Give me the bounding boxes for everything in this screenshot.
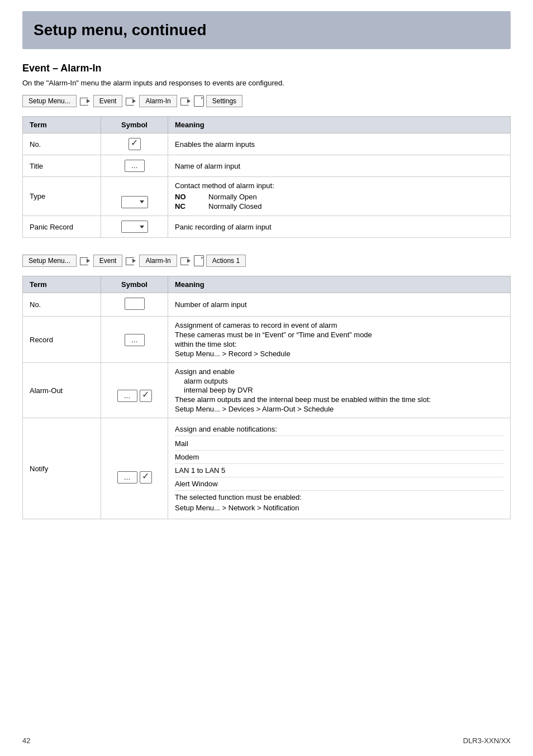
record-meaning-line4: Setup Menu... > Record > Schedule	[175, 350, 503, 358]
breadcrumb-settings: Setup Menu... Event Alarm-In Settings	[22, 95, 511, 107]
breadcrumb-setup-menu-2: Setup Menu...	[22, 255, 77, 267]
notify-line7: Setup Menu... > Network > Notification	[175, 504, 503, 514]
meaning-title: Name of alarm input	[168, 155, 511, 177]
col-header-meaning-2: Meaning	[168, 276, 511, 293]
type-meaning-options: NO Normally Open NC Normally Closed	[175, 192, 503, 211]
table-row: Record … Assignment of cameras to record…	[23, 317, 511, 363]
dots-record: …	[125, 334, 145, 346]
term-record: Record	[23, 317, 101, 363]
breadcrumb-actions-label: Actions 1	[206, 255, 246, 267]
notify-line1: Assign and enable notifications:	[175, 423, 503, 436]
alarm-out-bullet1: alarm outputs	[175, 377, 503, 385]
term-notify: Notify	[23, 418, 101, 519]
term-panic-record: Panic Record	[23, 216, 101, 238]
term-no-1: No.	[23, 133, 101, 155]
table-row: No. Number of alarm input	[23, 293, 511, 317]
record-meaning-line1: Assignment of cameras to record in event…	[175, 321, 503, 329]
breadcrumb-actions: Setup Menu... Event Alarm-In Actions 1	[22, 255, 511, 267]
col-header-symbol-1: Symbol	[101, 117, 168, 133]
footer-page-number: 42	[22, 736, 30, 745]
dropdown-panic-arrow-icon	[140, 226, 144, 228]
type-option-no: NO Normally Open	[175, 192, 503, 202]
table-row: Type Contact method of alarm input: NO N…	[23, 177, 511, 216]
footer-product-code: DLR3-XXN/XX	[463, 736, 511, 745]
blank-box	[125, 298, 145, 310]
table-row: No. Enables the alarm inputs	[23, 133, 511, 155]
type-label-no: Normally Open	[208, 193, 257, 201]
term-type: Type	[23, 177, 101, 216]
notify-line3: Modem	[175, 451, 503, 464]
dropdown-arrow-icon	[140, 200, 144, 203]
dots-check-group: …	[117, 390, 152, 402]
symbol-no-1	[101, 133, 168, 155]
alarm-out-line1: Assign and enable	[175, 367, 503, 376]
breadcrumb-event-2: Event	[93, 255, 123, 267]
table-row: Notify … Assign and enable notifications…	[23, 418, 511, 519]
table-row: Title … Name of alarm input	[23, 155, 511, 177]
col-header-term-1: Term	[23, 117, 101, 133]
breadcrumb-alarm-in-1: Alarm-In	[139, 95, 177, 107]
table-row: Panic Record Panic recording of alarm in…	[23, 216, 511, 238]
table-row: Alarm-Out … Assign and enable alarm outp…	[23, 363, 511, 418]
type-option-nc: NC Normally Closed	[175, 202, 503, 211]
alarm-out-line3: These alarm outputs and the internal bee…	[175, 395, 503, 404]
dots-notify: …	[117, 471, 137, 484]
breadcrumb-arrow-6	[179, 256, 192, 266]
meaning-record: Assignment of cameras to record in event…	[168, 317, 511, 363]
col-header-meaning-1: Meaning	[168, 117, 511, 133]
dots-check-notify: …	[117, 471, 152, 484]
notify-line4: LAN 1 to LAN 5	[175, 464, 503, 477]
meaning-panic-record: Panic recording of alarm input	[168, 216, 511, 238]
symbol-alarm-out: …	[101, 363, 168, 418]
settings-table: Term Symbol Meaning No. Enables the alar…	[22, 116, 511, 238]
checkbox-icon	[129, 138, 141, 150]
symbol-title: …	[101, 155, 168, 177]
page: Setup menu, continued Event – Alarm-In O…	[0, 0, 533, 756]
notify-line6: The selected function must be enabled:	[175, 491, 503, 504]
section-description: On the "Alarm-In" menu the alarm inputs …	[22, 79, 511, 87]
dropdown-panic-icon	[121, 221, 148, 233]
breadcrumb-alarm-in-2: Alarm-In	[139, 255, 177, 267]
type-abbr-no: NO	[175, 193, 192, 201]
meaning-type: Contact method of alarm input: NO Normal…	[168, 177, 511, 216]
alarm-out-line4: Setup Menu... > Devices > Alarm-Out > Sc…	[175, 405, 503, 413]
type-abbr-nc: NC	[175, 202, 192, 210]
breadcrumb-page-icon-2	[194, 255, 204, 266]
notify-line2: Mail	[175, 437, 503, 451]
breadcrumb-settings-label: Settings	[206, 95, 242, 107]
symbol-panic-record	[101, 216, 168, 238]
breadcrumb-page-icon-1	[194, 95, 204, 107]
symbol-no-2	[101, 293, 168, 317]
record-meaning-line2: These cameras must be in “Event” or “Tim…	[175, 331, 503, 339]
breadcrumb-event-1: Event	[93, 95, 123, 107]
dots-alarm-out: …	[117, 390, 137, 402]
term-alarm-out: Alarm-Out	[23, 363, 101, 418]
breadcrumb-arrow-2	[125, 96, 137, 106]
col-header-symbol-2: Symbol	[101, 276, 168, 293]
type-meaning-contact: Contact method of alarm input:	[175, 181, 503, 190]
breadcrumb-arrow-1	[79, 96, 91, 106]
symbol-record: …	[101, 317, 168, 363]
term-no-2: No.	[23, 293, 101, 317]
breadcrumb-arrow-3	[179, 96, 192, 106]
meaning-alarm-out: Assign and enable alarm outputs internal…	[168, 363, 511, 418]
type-label-nc: Normally Closed	[208, 202, 261, 210]
footer: 42 DLR3-XXN/XX	[22, 736, 511, 745]
symbol-type	[101, 177, 168, 216]
actions-table: Term Symbol Meaning No. Number of alarm …	[22, 276, 511, 519]
meaning-no-2: Number of alarm input	[168, 293, 511, 317]
notify-line5: Alert Window	[175, 477, 503, 491]
meaning-no-1: Enables the alarm inputs	[168, 133, 511, 155]
symbol-notify: …	[101, 418, 168, 519]
col-header-term-2: Term	[23, 276, 101, 293]
alarm-out-bullet2: internal beep by DVR	[175, 386, 503, 394]
meaning-notify: Assign and enable notifications: Mail Mo…	[168, 418, 511, 519]
dots-button: …	[125, 160, 145, 172]
checkbox-alarm-out	[140, 390, 152, 402]
dropdown-icon	[121, 196, 148, 208]
breadcrumb-setup-menu-1: Setup Menu...	[22, 95, 77, 107]
breadcrumb-arrow-4	[79, 256, 91, 266]
checkbox-notify	[140, 471, 152, 484]
header-banner: Setup menu, continued	[22, 11, 511, 49]
page-title: Setup menu, continued	[34, 21, 499, 39]
